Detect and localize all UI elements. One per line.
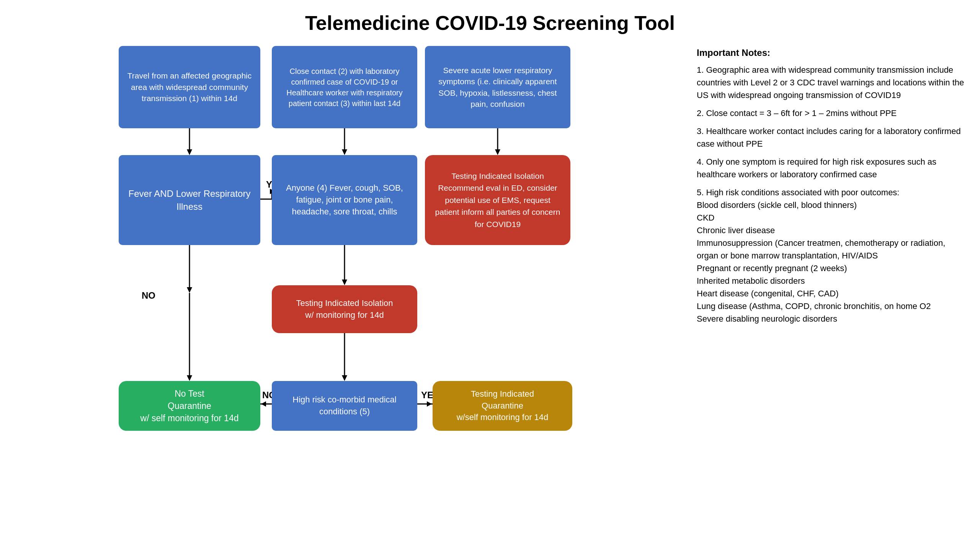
close-contact-box: Close contact (2) with laboratory confir… bbox=[272, 46, 417, 128]
svg-marker-1 bbox=[187, 149, 192, 155]
note-5: 5. High risk conditions associated with … bbox=[697, 186, 965, 325]
page-title: Telemedicine COVID-19 Screening Tool bbox=[15, 11, 965, 34]
svg-marker-3 bbox=[342, 149, 347, 155]
no-test-box: No Test Quarantine w/ self monitoring fo… bbox=[119, 381, 260, 431]
symptoms-box: Anyone (4) Fever, cough, SOB, fatigue, j… bbox=[272, 155, 417, 245]
note-4: 4. Only one symptom is required for high… bbox=[697, 155, 965, 181]
svg-marker-22 bbox=[261, 401, 266, 407]
svg-marker-7 bbox=[187, 287, 192, 293]
testing-quarantine-box: Testing Indicated Quarantine w/self moni… bbox=[433, 381, 572, 431]
note-2: 2. Close contact = 3 – 6ft for > 1 – 2mi… bbox=[697, 107, 965, 119]
severe-symptoms-box: Severe acute lower respiratory symptoms … bbox=[425, 46, 570, 128]
svg-marker-5 bbox=[495, 149, 500, 155]
notes-title: Important Notes: bbox=[697, 46, 965, 60]
note-3: 3. Healthcare worker contact includes ca… bbox=[697, 125, 965, 150]
travel-box: Travel from an affected geographic area … bbox=[119, 46, 260, 128]
fever-box: Fever AND Lower Respiratory Illness bbox=[119, 155, 260, 245]
svg-marker-20 bbox=[342, 375, 347, 381]
notes-panel: Important Notes: 1. Geographic area with… bbox=[697, 46, 965, 540]
flowchart: YES NO NO NO bbox=[15, 46, 681, 540]
testing-isolation-box: Testing Indicated Isolation w/ monitorin… bbox=[272, 285, 417, 333]
svg-marker-9 bbox=[342, 280, 347, 285]
testing-ed-box: Testing Indicated Isolation Recommend ev… bbox=[425, 155, 570, 245]
svg-text:NO: NO bbox=[142, 290, 155, 301]
svg-marker-25 bbox=[427, 401, 432, 407]
high-risk-box: High risk co-morbid medical conditions (… bbox=[272, 381, 417, 431]
svg-marker-17 bbox=[187, 375, 192, 381]
note-1: 1. Geographic area with widespread commu… bbox=[697, 64, 965, 101]
